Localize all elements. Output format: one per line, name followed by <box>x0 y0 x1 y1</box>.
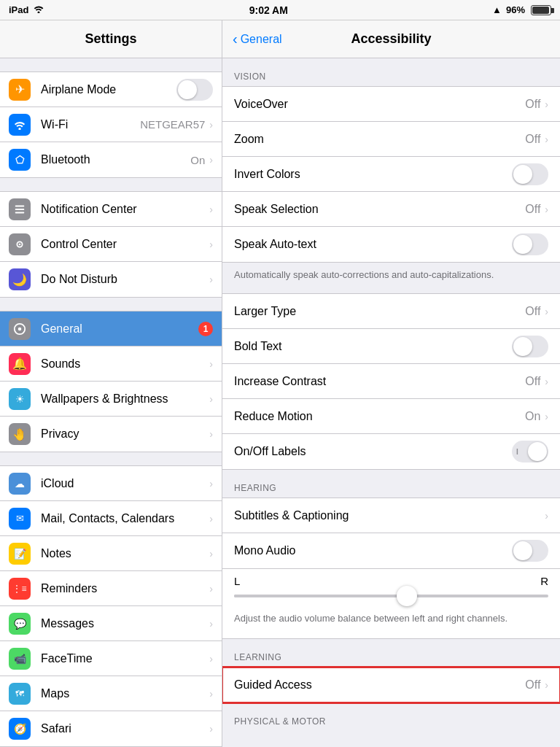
onoff-labels-toggle[interactable]: I <box>512 441 548 462</box>
sidebar-item-safari[interactable]: 🧭 Safari › <box>0 711 222 746</box>
sidebar-item-icloud[interactable]: ☁ iCloud › <box>0 466 222 501</box>
back-button[interactable]: ‹ General <box>233 32 282 46</box>
audio-slider-note: Adjust the audio volume balance between … <box>234 608 548 632</box>
chevron-icon: › <box>209 358 213 370</box>
sidebar-item-label: Control Center <box>41 238 209 251</box>
physical-section-header: PHYSICAL & MOTOR <box>222 703 560 731</box>
settings-row-subtitles[interactable]: Subtitles & Captioning › <box>222 498 560 533</box>
chevron-icon: › <box>545 510 548 522</box>
audio-slider-track[interactable] <box>234 595 548 597</box>
main-container: Settings ✈ Airplane Mode Wi-Fi NETGEAR57… <box>0 20 560 747</box>
settings-row-increase-contrast[interactable]: Increase Contrast Off › <box>222 364 560 399</box>
settings-row-speak-autotext[interactable]: Speak Auto-text <box>222 227 560 262</box>
notification-center-icon <box>9 198 31 220</box>
svg-point-4 <box>19 243 21 245</box>
chevron-icon: › <box>209 618 213 630</box>
mono-audio-toggle[interactable] <box>512 540 548 562</box>
larger-type-value: Off <box>525 305 540 318</box>
sidebar-group-preferences: General 1 🔔 Sounds › ☀ Wallpapers & Brig… <box>0 311 222 452</box>
guided-access-value: Off <box>525 678 540 692</box>
onoff-labels-label: On/Off Labels <box>234 445 512 458</box>
sidebar-item-messages[interactable]: 💬 Messages › <box>0 606 222 641</box>
audio-slider-container: L R <box>234 569 548 608</box>
wallpapers-icon: ☀ <box>9 388 31 410</box>
privacy-icon: 🤚 <box>9 423 31 445</box>
settings-row-bold-text[interactable]: Bold Text <box>222 329 560 364</box>
sidebar-item-reminders[interactable]: ⋮≡ Reminders › <box>0 571 222 606</box>
learning-settings-group: Guided Access Off › <box>222 667 560 703</box>
sidebar-item-label: General <box>41 322 198 336</box>
settings-row-larger-type[interactable]: Larger Type Off › <box>222 294 560 329</box>
chevron-icon: › <box>209 393 213 405</box>
sidebar-header: Settings <box>0 20 222 58</box>
settings-row-zoom[interactable]: Zoom Off › <box>222 122 560 157</box>
sidebar-item-wifi[interactable]: Wi-Fi NETGEAR57 › <box>0 107 222 142</box>
sidebar-item-sounds[interactable]: 🔔 Sounds › <box>0 347 222 382</box>
speak-autotext-toggle[interactable] <box>512 233 548 255</box>
chevron-icon: › <box>545 98 548 110</box>
chevron-icon: › <box>545 411 548 422</box>
carrier-label: iPad <box>9 4 28 15</box>
audio-right-label: R <box>540 575 548 587</box>
hearing-section-header: HEARING <box>222 470 560 498</box>
sidebar-item-notes[interactable]: 📝 Notes › <box>0 536 222 571</box>
sidebar-item-general[interactable]: General 1 <box>0 311 222 347</box>
invert-colors-label: Invert Colors <box>234 168 512 181</box>
bluetooth-value: On <box>190 154 205 166</box>
status-left: iPad <box>9 4 44 15</box>
voiceover-label: VoiceOver <box>234 98 525 111</box>
sidebar-item-privacy[interactable]: 🤚 Privacy › <box>0 417 222 452</box>
chevron-icon: › <box>209 119 213 131</box>
chevron-icon: › <box>209 688 213 700</box>
settings-row-invert-colors[interactable]: Invert Colors <box>222 157 560 192</box>
sidebar-item-do-not-disturb[interactable]: 🌙 Do Not Disturb › <box>0 262 222 297</box>
settings-row-guided-access[interactable]: Guided Access Off › <box>222 667 560 703</box>
zoom-label: Zoom <box>234 133 525 146</box>
sidebar-item-label: Messages <box>41 617 209 630</box>
control-center-icon <box>9 233 31 255</box>
sidebar-item-control-center[interactable]: Control Center › <box>0 227 222 262</box>
sidebar: Settings ✈ Airplane Mode Wi-Fi NETGEAR57… <box>0 20 222 747</box>
svg-rect-2 <box>15 212 25 213</box>
voiceover-value: Off <box>525 98 540 111</box>
audio-slider-thumb[interactable] <box>397 586 417 606</box>
speak-selection-value: Off <box>525 203 540 216</box>
back-chevron-icon: ‹ <box>233 31 238 46</box>
speak-autotext-label: Speak Auto-text <box>234 238 512 251</box>
audio-slider-labels: L R <box>234 575 548 587</box>
sidebar-item-label: Do Not Disturb <box>41 273 209 286</box>
bold-text-toggle[interactable] <box>512 336 548 357</box>
maps-icon: 🗺 <box>9 683 31 705</box>
settings-row-onoff-labels[interactable]: On/Off Labels I <box>222 434 560 469</box>
sidebar-item-notification-center[interactable]: Notification Center › <box>0 192 222 227</box>
sidebar-item-label: Airplane Mode <box>41 83 176 96</box>
chevron-icon: › <box>209 428 213 440</box>
wifi-value: NETGEAR57 <box>140 118 205 131</box>
zoom-value: Off <box>525 133 540 146</box>
vision-section-note: Automatically speak auto-corrections and… <box>222 263 560 293</box>
settings-row-speak-selection[interactable]: Speak Selection Off › <box>222 192 560 227</box>
bluetooth-icon: ▲ <box>492 4 502 15</box>
sidebar-item-label: Bluetooth <box>41 153 190 166</box>
sidebar-item-wallpapers[interactable]: ☀ Wallpapers & Brightness › <box>0 382 222 417</box>
airplane-mode-toggle[interactable] <box>176 79 213 101</box>
sidebar-item-maps[interactable]: 🗺 Maps › <box>0 676 222 711</box>
icloud-icon: ☁ <box>9 473 31 495</box>
increase-contrast-value: Off <box>525 375 540 388</box>
chevron-icon: › <box>545 306 548 317</box>
vision-settings-group: VoiceOver Off › Zoom Off › Invert Colors… <box>222 86 560 263</box>
settings-row-voiceover[interactable]: VoiceOver Off › <box>222 87 560 122</box>
chevron-icon: › <box>209 653 213 665</box>
invert-colors-toggle[interactable] <box>512 163 548 185</box>
sidebar-item-label: Maps <box>41 687 209 700</box>
sidebar-item-facetime[interactable]: 📹 FaceTime › <box>0 641 222 676</box>
chevron-icon: › <box>209 583 213 595</box>
sidebar-item-bluetooth[interactable]: ⬠ Bluetooth On › <box>0 142 222 177</box>
mono-audio-label: Mono Audio <box>234 544 512 557</box>
settings-row-reduce-motion[interactable]: Reduce Motion On › <box>222 399 560 434</box>
chevron-icon: › <box>545 133 548 145</box>
audio-slider-fill <box>234 595 407 597</box>
sidebar-item-mail[interactable]: ✉ Mail, Contacts, Calendars › <box>0 501 222 536</box>
sidebar-item-airplane-mode[interactable]: ✈ Airplane Mode <box>0 72 222 107</box>
settings-row-mono-audio[interactable]: Mono Audio <box>222 533 560 568</box>
